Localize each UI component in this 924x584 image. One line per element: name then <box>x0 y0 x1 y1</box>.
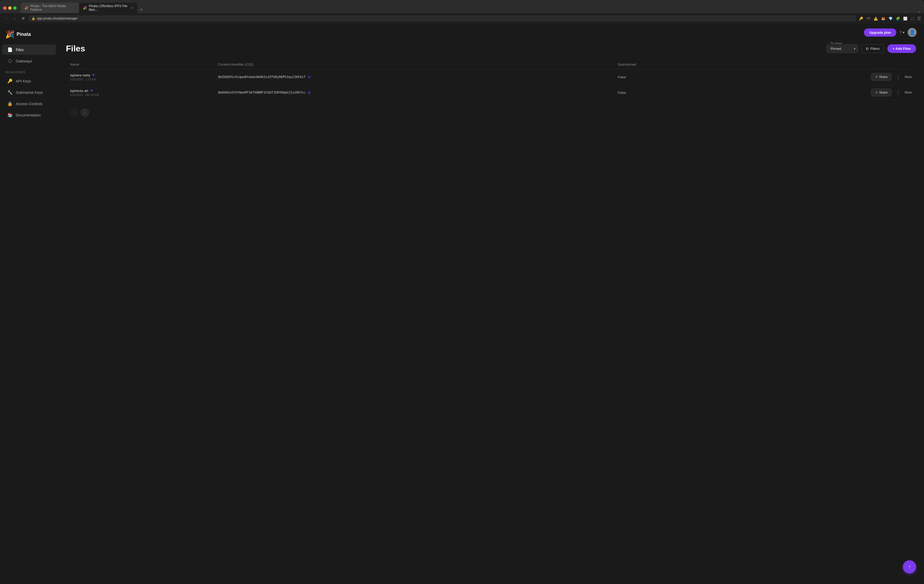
cid-text-2: QmXH4GsGYhYHwnMf3AfX8NRF2CGbTJ5RYDApUj5x… <box>218 91 305 94</box>
sidebar-item-gateways[interactable]: ⬡ Gateways <box>2 56 56 66</box>
table-header-row: Name Content Identifier (CID) Submarined <box>66 60 916 69</box>
files-section: Files Pin Status Pinned Unpinned All ▾ <box>58 41 924 132</box>
file-name-text-1: tsphere meta <box>70 73 90 77</box>
browser-menu-icon[interactable]: ☰ <box>917 16 921 21</box>
sidebar-item-access-controls-label: Access Controls <box>16 102 43 106</box>
browser-navbar: ‹ › ↺ 🔒 app.pinata.cloud/pinmanager 🔑 🛡 … <box>0 13 924 24</box>
table-body: tsphere meta 👁 2/22/2023 1.72 KB <box>66 69 916 101</box>
forward-button[interactable]: › <box>12 15 18 21</box>
files-controls: Pin Status Pinned Unpinned All ▾ ⊟ F <box>827 44 916 53</box>
browser-tab-2[interactable]: 🎉 Pinata | Effortless IPFS File Man... ✕ <box>79 3 137 13</box>
file-submarined-cell-1: False <box>614 69 720 85</box>
tab-expand-button[interactable]: ⌄ <box>918 9 921 13</box>
sidebar-item-gateways-label: Gateways <box>16 59 32 63</box>
filters-button[interactable]: ⊟ Filters <box>861 44 884 53</box>
file-actions-cell-1: ↗ Share ⋮ More <box>720 69 916 85</box>
eye-icon-1[interactable]: 👁 <box>92 73 96 77</box>
browser-titlebar: 🎉 Pinata - The Web3 Media Platform 🎉 Pin… <box>0 0 924 13</box>
browser-tab-1[interactable]: 🎉 Pinata - The Web3 Media Platform <box>21 3 79 13</box>
column-actions <box>720 60 916 69</box>
sidebar-item-access-controls[interactable]: 🔒 Access Controls <box>2 99 56 109</box>
back-button[interactable]: ‹ <box>3 15 10 21</box>
add-files-button[interactable]: + Add Files <box>888 44 916 53</box>
sidebar-item-submarine-keys[interactable]: 🔧 Submarine Keys <box>2 87 56 97</box>
sidebar-item-api-keys[interactable]: 🔑 API Keys <box>2 76 56 86</box>
ext-2[interactable]: 🛡 <box>866 16 871 21</box>
file-actions-cell-2: ↗ Share ⋮ More <box>720 85 916 101</box>
share-label-1: Share <box>879 75 888 79</box>
file-meta-1: 2/22/2023 1.72 KB <box>70 78 96 81</box>
filters-label: Filters <box>870 47 879 51</box>
sidebar-item-documentation[interactable]: 📚 Documentation <box>2 110 56 120</box>
more-button-1[interactable]: ⋮ <box>894 73 903 81</box>
help-icon: ? <box>899 30 902 35</box>
pin-status-select: Pin Status Pinned Unpinned All ▾ <box>827 44 858 53</box>
traffic-lights <box>3 6 16 10</box>
ext-8[interactable]: ⬚ <box>910 16 916 21</box>
more-dots-icon-2: ⋮ <box>896 90 901 96</box>
ext-3[interactable]: ⚠️ <box>873 16 879 21</box>
sidebar-item-files[interactable]: 📄 Files <box>2 45 56 55</box>
file-meta-2: 2/22/2023 663.00 KB <box>70 93 99 96</box>
sidebar-logo: 🎉 Pinata <box>0 28 58 44</box>
prev-page-button[interactable]: ‹ <box>70 108 79 117</box>
submarine-keys-icon: 🔧 <box>7 90 13 95</box>
gateways-icon: ⬡ <box>7 58 13 64</box>
tab-2-close[interactable]: ✕ <box>131 6 134 10</box>
app-container: 🎉 Pinata 📄 Files ⬡ Gateways DEVELOPERS 🔑… <box>0 24 924 584</box>
ext-6[interactable]: 🧩 <box>895 16 901 21</box>
more-label-2: More <box>905 91 912 94</box>
pin-status-dropdown-wrapper: Pinned Unpinned All ▾ <box>827 44 858 53</box>
ext-4[interactable]: 🦊 <box>880 16 886 21</box>
help-button[interactable]: ? ▾ <box>899 30 904 35</box>
tab-2-label: Pinata | Effortless IPFS File Man... <box>89 4 128 12</box>
next-page-button[interactable]: › <box>81 108 89 117</box>
maximize-button[interactable] <box>13 6 16 10</box>
share-button-2[interactable]: ↗ Share <box>871 89 892 96</box>
submarined-badge-1: False <box>618 75 626 79</box>
share-button-1[interactable]: ↗ Share <box>871 73 892 81</box>
column-name: Name <box>66 60 214 69</box>
file-cid-cell-1: QmZU6QVGr61qwa8YaemsbKHG3cd3TUDyR6Ph3qu2… <box>214 69 614 85</box>
sidebar-item-submarine-keys-label: Submarine Keys <box>16 91 43 95</box>
filter-icon: ⊟ <box>866 47 869 51</box>
pin-status-label: Pin Status <box>829 42 843 45</box>
browser-chrome: 🎉 Pinata - The Web3 Media Platform 🎉 Pin… <box>0 0 924 24</box>
submarined-badge-2: False <box>618 91 626 95</box>
developers-section-label: DEVELOPERS <box>0 67 58 75</box>
reload-button[interactable]: ↺ <box>20 15 26 21</box>
file-name-cell-1: tsphere meta 👁 2/22/2023 1.72 KB <box>66 69 214 85</box>
new-tab-button[interactable]: + <box>138 6 145 13</box>
table-header: Name Content Identifier (CID) Submarined <box>66 60 916 69</box>
logo-icon: 🎉 <box>5 30 15 39</box>
close-button[interactable] <box>3 6 7 10</box>
ext-5[interactable]: 💎 <box>888 16 893 21</box>
address-bar[interactable]: 🔒 app.pinata.cloud/pinmanager <box>28 15 856 21</box>
upgrade-plan-button[interactable]: Upgrade plan <box>864 28 896 36</box>
file-name-cell-2: tspheres art 👁 2/22/2023 663.00 KB <box>66 85 214 101</box>
table-row: tsphere meta 👁 2/22/2023 1.72 KB <box>66 69 916 85</box>
tab-1-favicon: 🎉 <box>25 6 28 10</box>
more-dots-icon-1: ⋮ <box>896 74 901 80</box>
copy-icon-2[interactable]: ⧉ <box>308 91 310 95</box>
sidebar-item-files-label: Files <box>16 48 24 52</box>
ext-7[interactable]: ⬜ <box>903 16 908 21</box>
pin-status-dropdown[interactable]: Pinned Unpinned All <box>827 44 858 53</box>
api-keys-icon: 🔑 <box>7 79 13 84</box>
logo-text: Pinata <box>16 31 31 37</box>
avatar[interactable]: 👤 <box>908 28 917 37</box>
address-text: app.pinata.cloud/pinmanager <box>37 16 78 20</box>
more-button-2[interactable]: ⋮ <box>894 89 903 96</box>
eye-icon-2[interactable]: 👁 <box>90 89 94 93</box>
main-content: Upgrade plan ? ▾ 👤 Files Pin Status Pinn… <box>58 24 924 584</box>
cid-text-1: QmZU6QVGr61qwa8YaemsbKHG3cd3TUDyR6Ph3qu2… <box>218 75 305 79</box>
copy-icon-1[interactable]: ⧉ <box>308 75 310 79</box>
sidebar: 🎉 Pinata 📄 Files ⬡ Gateways DEVELOPERS 🔑… <box>0 24 58 584</box>
ext-1[interactable]: 🔑 <box>858 16 864 21</box>
minimize-button[interactable] <box>8 6 12 10</box>
share-label-2: Share <box>879 91 888 94</box>
file-submarined-cell-2: False <box>614 85 720 101</box>
help-caret-icon: ▾ <box>903 30 904 35</box>
fab-button[interactable]: ↑ <box>903 560 916 574</box>
fab-icon: ↑ <box>908 564 911 570</box>
